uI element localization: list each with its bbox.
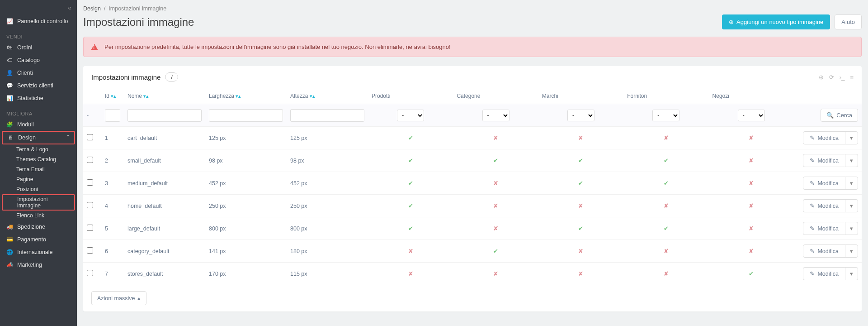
table-row[interactable]: 3medium_default452 px452 px✔✘✔✔✘✎ Modifi… xyxy=(83,172,862,195)
cross-icon[interactable]: ✘ xyxy=(493,203,498,209)
bulk-actions-button[interactable]: Azioni massive ▴ xyxy=(91,291,146,305)
sidebar-item-marketing[interactable]: 📣Marketing xyxy=(0,259,77,271)
sidebar-item-customer-service[interactable]: 💬Servizio clienti xyxy=(0,79,77,92)
sidebar-sub-themes-catalog[interactable]: Themes Catalog xyxy=(0,154,77,164)
check-icon[interactable]: ✔ xyxy=(664,158,669,164)
cross-icon[interactable]: ✘ xyxy=(664,248,669,254)
cross-icon[interactable]: ✘ xyxy=(408,271,413,277)
th-categories[interactable]: Categorie xyxy=(453,88,538,104)
filter-name-input[interactable] xyxy=(127,109,202,122)
cross-icon[interactable]: ✘ xyxy=(408,248,413,254)
th-brands[interactable]: Marchi xyxy=(538,88,623,104)
th-height[interactable]: Altezza ▾▴ xyxy=(287,88,368,104)
check-icon[interactable]: ✔ xyxy=(493,248,498,254)
check-icon[interactable]: ✔ xyxy=(408,225,413,232)
cross-icon[interactable]: ✘ xyxy=(664,203,669,209)
edit-button[interactable]: ✎ Modifica xyxy=(803,154,845,167)
cross-icon[interactable]: ✘ xyxy=(664,271,669,277)
edit-button[interactable]: ✎ Modifica xyxy=(803,245,845,257)
th-suppliers[interactable]: Fornitori xyxy=(623,88,708,104)
row-checkbox[interactable] xyxy=(87,134,93,140)
filter-height-input[interactable] xyxy=(290,109,364,122)
th-id[interactable]: Id ▾▴ xyxy=(101,88,124,104)
row-checkbox[interactable] xyxy=(87,157,93,163)
check-icon[interactable]: ✔ xyxy=(578,180,583,187)
check-icon[interactable]: ✔ xyxy=(408,158,413,164)
add-image-type-button[interactable]: ⊕ Aggiungi un nuovo tipo immagine xyxy=(722,14,830,29)
help-button[interactable]: Aiuto xyxy=(835,14,862,29)
sidebar-sub-image-settings[interactable]: Impostazioni immagine xyxy=(2,194,75,211)
th-stores[interactable]: Negozi xyxy=(709,88,794,104)
sidebar-sub-theme-logo[interactable]: Tema & Logo xyxy=(0,144,77,154)
table-row[interactable]: 6category_default141 px180 px✘✔✘✘✘✎ Modi… xyxy=(83,240,862,263)
sidebar-item-design[interactable]: 🖥 Design ˄ xyxy=(2,131,75,144)
refresh-icon[interactable]: ⟳ xyxy=(829,74,834,81)
breadcrumb-root[interactable]: Design xyxy=(83,5,101,12)
row-checkbox[interactable] xyxy=(87,225,93,231)
check-icon[interactable]: ✔ xyxy=(578,225,583,232)
sidebar-collapse-button[interactable]: « xyxy=(0,0,77,15)
cross-icon[interactable]: ✘ xyxy=(749,225,754,232)
sidebar-item-modules[interactable]: 🧩Moduli xyxy=(0,118,77,131)
cross-icon[interactable]: ✘ xyxy=(749,203,754,209)
cross-icon[interactable]: ✘ xyxy=(578,203,583,209)
check-icon[interactable]: ✔ xyxy=(578,158,583,164)
export-icon[interactable]: ≡ xyxy=(850,74,854,81)
filter-suppliers-select[interactable]: - xyxy=(652,110,679,121)
filter-id-input[interactable] xyxy=(105,109,120,122)
filter-brands-select[interactable]: - xyxy=(567,110,594,121)
sidebar-item-customers[interactable]: 👤Clienti xyxy=(0,67,77,79)
cross-icon[interactable]: ✘ xyxy=(749,180,754,187)
check-icon[interactable]: ✔ xyxy=(749,271,754,277)
table-row[interactable]: 4home_default250 px250 px✔✘✘✘✘✎ Modifica… xyxy=(83,195,862,217)
row-actions-dropdown[interactable]: ▾ xyxy=(845,245,858,257)
row-checkbox[interactable] xyxy=(87,179,93,186)
sidebar-item-dashboard[interactable]: 📈 Pannello di controllo xyxy=(0,15,77,28)
sidebar-sub-email-theme[interactable]: Tema Email xyxy=(0,164,77,174)
filter-width-input[interactable] xyxy=(209,109,283,122)
filter-categories-select[interactable]: - xyxy=(482,110,509,121)
cross-icon[interactable]: ✘ xyxy=(578,271,583,277)
cross-icon[interactable]: ✘ xyxy=(664,135,669,141)
search-button[interactable]: 🔍 Cerca xyxy=(821,109,858,122)
row-actions-dropdown[interactable]: ▾ xyxy=(845,132,858,144)
check-icon[interactable]: ✔ xyxy=(408,135,413,141)
sidebar-item-international[interactable]: 🌐Internazionale xyxy=(0,246,77,259)
edit-button[interactable]: ✎ Modifica xyxy=(803,200,845,212)
cross-icon[interactable]: ✘ xyxy=(749,248,754,254)
th-width[interactable]: Larghezza ▾▴ xyxy=(205,88,287,104)
sidebar-sub-positions[interactable]: Posizioni xyxy=(0,184,77,194)
check-icon[interactable]: ✔ xyxy=(664,225,669,232)
filter-products-select[interactable]: - xyxy=(397,110,424,121)
sidebar-item-stats[interactable]: 📊Statistiche xyxy=(0,92,77,105)
row-actions-dropdown[interactable]: ▾ xyxy=(845,222,858,235)
cross-icon[interactable]: ✘ xyxy=(493,271,498,277)
row-actions-dropdown[interactable]: ▾ xyxy=(845,268,858,280)
cross-icon[interactable]: ✘ xyxy=(493,135,498,141)
cross-icon[interactable]: ✘ xyxy=(749,135,754,141)
cross-icon[interactable]: ✘ xyxy=(749,158,754,164)
edit-button[interactable]: ✎ Modifica xyxy=(803,132,845,144)
cross-icon[interactable]: ✘ xyxy=(493,180,498,187)
row-checkbox[interactable] xyxy=(87,270,93,276)
edit-button[interactable]: ✎ Modifica xyxy=(803,268,845,280)
sql-icon[interactable]: ›_ xyxy=(840,74,845,81)
edit-button[interactable]: ✎ Modifica xyxy=(803,177,845,189)
check-icon[interactable]: ✔ xyxy=(664,180,669,187)
filter-stores-select[interactable]: - xyxy=(738,110,765,121)
table-row[interactable]: 2small_default98 px98 px✔✔✔✔✘✎ Modifica▾ xyxy=(83,149,862,172)
edit-button[interactable]: ✎ Modifica xyxy=(803,222,845,235)
row-actions-dropdown[interactable]: ▾ xyxy=(845,154,858,167)
cross-icon[interactable]: ✘ xyxy=(493,225,498,232)
check-icon[interactable]: ✔ xyxy=(408,203,413,209)
th-name[interactable]: Nome ▾▴ xyxy=(124,88,205,104)
row-checkbox[interactable] xyxy=(87,202,93,208)
sidebar-item-catalog[interactable]: 🏷Catalogo xyxy=(0,54,77,67)
table-row[interactable]: 7stores_default170 px115 px✘✘✘✘✔✎ Modifi… xyxy=(83,263,862,285)
check-icon[interactable]: ✔ xyxy=(493,158,498,164)
sidebar-sub-link-list[interactable]: Elenco Link xyxy=(0,211,77,221)
row-checkbox[interactable] xyxy=(87,247,93,254)
add-icon[interactable]: ⊕ xyxy=(819,74,824,81)
cross-icon[interactable]: ✘ xyxy=(578,135,583,141)
th-products[interactable]: Prodotti xyxy=(368,88,453,104)
